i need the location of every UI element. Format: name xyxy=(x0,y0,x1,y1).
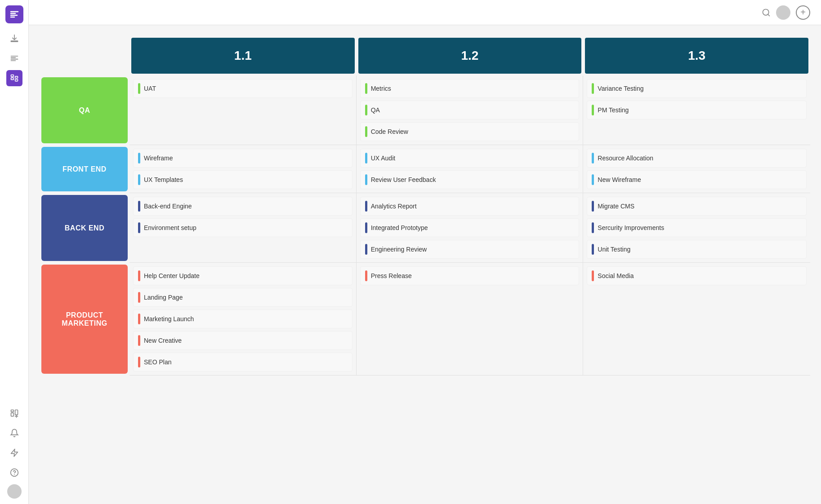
task-card[interactable]: New Creative xyxy=(133,331,352,350)
task-card[interactable]: Wireframe xyxy=(133,149,352,168)
download-nav-icon[interactable] xyxy=(6,31,22,47)
cell-r0-c1: MetricsQACode Review xyxy=(357,75,584,145)
task-card[interactable]: Landing Page xyxy=(133,288,352,307)
cell-r1-c1: UX AuditReview User Feedback xyxy=(357,145,584,193)
task-card[interactable]: UX Audit xyxy=(360,149,580,168)
add-board-nav-icon[interactable] xyxy=(6,405,22,421)
row-label-2: BACK END xyxy=(41,195,128,261)
task-card[interactable]: Code Review xyxy=(360,122,580,141)
cell-r1-c2: Resource AllocationNew Wireframe xyxy=(583,145,810,193)
task-card[interactable]: Sercurity Improvements xyxy=(587,218,807,237)
user-avatar[interactable] xyxy=(7,484,22,499)
sidebar xyxy=(0,0,29,504)
task-card[interactable]: Back-end Engine xyxy=(133,197,352,216)
task-indicator xyxy=(592,222,594,233)
task-label: Unit Testing xyxy=(598,246,630,253)
task-label: UX Templates xyxy=(144,176,183,183)
task-card[interactable]: Analytics Report xyxy=(360,197,580,216)
main-content: + 1.11.21.3QAUATMetricsQACode ReviewVari… xyxy=(29,0,821,504)
task-indicator xyxy=(138,153,140,164)
task-indicator xyxy=(138,292,140,303)
task-label: New Creative xyxy=(144,337,182,344)
task-card[interactable]: Integrated Prototype xyxy=(360,218,580,237)
row-label-3: PRODUCT MARKETING xyxy=(41,265,128,374)
task-label: Metrics xyxy=(371,85,391,92)
task-label: UX Audit xyxy=(371,155,395,162)
bell-nav-icon[interactable] xyxy=(6,425,22,441)
task-label: UAT xyxy=(144,85,156,92)
task-label: New Wireframe xyxy=(598,176,641,183)
svg-rect-10 xyxy=(15,410,18,415)
task-card[interactable]: Unit Testing xyxy=(587,240,807,259)
task-card[interactable]: Variance Testing xyxy=(587,79,807,98)
task-card[interactable]: Metrics xyxy=(360,79,580,98)
col-header-1: 1.2 xyxy=(358,38,582,74)
help-nav-icon[interactable] xyxy=(6,464,22,481)
task-indicator xyxy=(592,105,594,115)
roadmap-content: 1.11.21.3QAUATMetricsQACode ReviewVarian… xyxy=(29,25,821,504)
task-label: Back-end Engine xyxy=(144,203,192,210)
col-header-0: 1.1 xyxy=(131,38,355,74)
task-card[interactable]: SEO Plan xyxy=(133,353,352,371)
svg-rect-7 xyxy=(15,80,18,81)
task-indicator xyxy=(592,244,594,255)
add-button[interactable]: + xyxy=(796,5,810,20)
list-nav-icon[interactable] xyxy=(6,50,22,66)
task-indicator xyxy=(592,153,594,164)
topbar-actions: + xyxy=(762,5,810,20)
task-card[interactable]: Environment setup xyxy=(133,218,352,237)
task-card[interactable]: PM Testing xyxy=(587,101,807,119)
task-indicator xyxy=(365,270,367,281)
task-indicator xyxy=(365,126,367,137)
task-card[interactable]: Migrate CMS xyxy=(587,197,807,216)
task-indicator xyxy=(592,83,594,94)
header-empty xyxy=(40,36,129,75)
task-label: Social Media xyxy=(598,272,634,279)
task-indicator xyxy=(138,314,140,324)
task-label: Resource Allocation xyxy=(598,155,653,162)
task-card[interactable]: UX Templates xyxy=(133,170,352,189)
svg-rect-6 xyxy=(15,76,18,78)
task-card[interactable]: Social Media xyxy=(587,266,807,285)
app-logo[interactable] xyxy=(5,5,23,23)
lightning-nav-icon[interactable] xyxy=(6,445,22,461)
topbar-avatar[interactable] xyxy=(776,5,790,20)
svg-rect-4 xyxy=(11,75,13,77)
roadmap-grid: 1.11.21.3QAUATMetricsQACode ReviewVarian… xyxy=(40,36,810,376)
task-indicator xyxy=(365,201,367,212)
task-indicator xyxy=(365,83,367,94)
task-card[interactable]: Resource Allocation xyxy=(587,149,807,168)
task-indicator xyxy=(138,335,140,346)
task-card[interactable]: Help Center Update xyxy=(133,266,352,285)
svg-marker-13 xyxy=(11,449,18,457)
task-card[interactable]: Review User Feedback xyxy=(360,170,580,189)
roadmap-nav-icon[interactable] xyxy=(6,70,22,86)
cell-r3-c2: Social Media xyxy=(583,263,810,376)
task-indicator xyxy=(592,174,594,185)
task-label: Review User Feedback xyxy=(371,176,436,183)
cell-r2-c0: Back-end EngineEnvironment setup xyxy=(129,193,357,263)
task-card[interactable]: Press Release xyxy=(360,266,580,285)
task-card[interactable]: Marketing Launch xyxy=(133,309,352,328)
task-card[interactable]: Engineering Review xyxy=(360,240,580,259)
task-label: Help Center Update xyxy=(144,272,200,279)
row-label-0: QA xyxy=(41,77,128,143)
task-label: Environment setup xyxy=(144,224,196,231)
task-card[interactable]: New Wireframe xyxy=(587,170,807,189)
task-indicator xyxy=(138,357,140,367)
task-label: SEO Plan xyxy=(144,358,171,366)
svg-rect-9 xyxy=(11,413,13,416)
task-indicator xyxy=(138,83,140,94)
search-icon[interactable] xyxy=(762,8,771,17)
svg-rect-5 xyxy=(11,78,13,80)
task-card[interactable]: UAT xyxy=(133,79,352,98)
task-indicator xyxy=(138,270,140,281)
cell-r3-c0: Help Center UpdateLanding PageMarketing … xyxy=(129,263,357,376)
task-label: Analytics Report xyxy=(371,203,417,210)
task-indicator xyxy=(138,201,140,212)
task-card[interactable]: QA xyxy=(360,101,580,119)
task-indicator xyxy=(365,174,367,185)
task-label: QA xyxy=(371,106,380,114)
cell-r1-c0: WireframeUX Templates xyxy=(129,145,357,193)
task-indicator xyxy=(592,201,594,212)
